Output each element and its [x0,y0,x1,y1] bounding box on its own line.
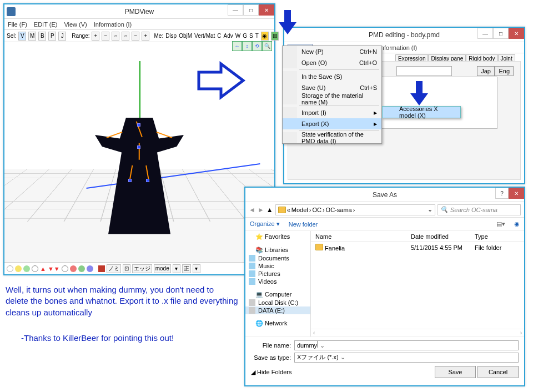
nav-music[interactable]: Music [245,262,310,270]
submenu-accessories-x[interactable]: Accessories X model (X) [383,107,460,118]
forward-button[interactable]: ► [258,206,264,214]
nav-arrow-icon[interactable]: ↔ [232,41,242,51]
tb-objm[interactable]: ObjM [179,33,192,39]
nav-pane[interactable]: ⭐ Favorites 📚 Libraries Documents Music … [245,231,311,336]
sel-p[interactable]: P [48,32,56,41]
color-swatch[interactable] [98,265,105,272]
crumb-oc[interactable]: OC [312,207,321,213]
nav-pictures[interactable]: Pictures [245,270,310,278]
breadcrumb[interactable]: « Model› OC› OC-sama› ⌄ [275,204,435,215]
save-button[interactable]: Save [435,366,476,378]
crumb-model[interactable]: Model [291,207,308,213]
menu-item-save[interactable]: Save (U)Ctrl+S [283,82,381,93]
color-swatch[interactable] [32,265,38,272]
close-button[interactable]: ✕ [259,4,274,16]
color-swatch[interactable] [62,265,68,272]
color-swatch[interactable] [78,265,85,272]
menu-item-storage[interactable]: Storage of the material name (M) [283,93,381,104]
jap-button[interactable]: Jap [477,66,495,76]
help-icon[interactable]: ◉ [514,220,520,228]
color-swatch[interactable] [23,265,30,272]
menu-info[interactable]: Information (I) [94,21,132,28]
filename-input[interactable]: dummy [294,340,519,350]
sel-b[interactable]: B [38,32,46,41]
col-name[interactable]: Name [311,233,411,240]
menu-info[interactable]: Information (I) [379,44,417,51]
dropdown-icon[interactable]: ▾ [193,264,200,273]
hide-folders-button[interactable]: ◢ Hide Folders [251,369,291,376]
close-button[interactable]: ✕ [509,188,524,199]
maximize-button[interactable]: □ [243,4,259,16]
menu-item-import[interactable]: Import (I) [283,107,381,118]
minimize-button[interactable]: — [228,4,243,16]
minimize-button[interactable]: — [477,28,493,39]
range-btn[interactable]: + [142,32,149,41]
range-btn[interactable]: − [102,32,109,41]
menu-file[interactable]: File (F) [8,21,27,28]
file-list[interactable]: Name Date modified Type Fanelia 5/11/201… [311,231,524,336]
nav-libraries[interactable]: 📚 Libraries [245,245,310,254]
menu-edit[interactable]: EDIT (E) [34,21,58,28]
menu-item-new[interactable]: New (P)Ctrl+N [283,46,381,57]
menu-item-stateverify[interactable]: State verification of the PMD data (I) [283,132,381,143]
color-swatch[interactable] [7,265,13,272]
tb-g[interactable]: G [243,33,247,39]
sel-m[interactable]: M [28,32,36,41]
name-input[interactable] [396,66,452,76]
table-row[interactable]: Fanelia 5/11/2015 4:55 PM File folder [311,242,524,253]
tri-icon[interactable]: ▼▼ [48,265,60,272]
dropdown-icon[interactable]: ▾ [173,264,180,273]
menu-view[interactable]: View (V) [64,21,87,28]
col-date[interactable]: Date modified [411,233,475,240]
tool-btn[interactable]: ⊡ [123,264,130,273]
mode-btn[interactable]: mode [154,264,171,273]
tb-vertmat[interactable]: Vert/Mat [194,33,215,39]
menu-item-inthesave[interactable]: In the Save (S) [283,71,381,82]
nav-computer[interactable]: 💻 Computer [245,290,310,299]
nav-drive-c[interactable]: Local Disk (C:) [245,299,310,306]
sei-btn[interactable]: 正 [182,264,191,273]
hscrollbar[interactable]: ‹› [311,329,524,336]
tb-t[interactable]: T [255,33,259,39]
tb-w[interactable]: W [235,33,240,39]
pmdview-titlebar[interactable]: PMDView — □ ✕ [4,4,274,19]
nav-favorites[interactable]: ⭐ Favorites [245,232,310,241]
nav-drive-e[interactable]: DATA (E:) [245,306,310,314]
tb-disp[interactable]: Disp [165,33,177,39]
close-button[interactable]: ✕ [509,28,524,39]
maximize-button[interactable]: □ [493,28,509,39]
nomi-btn[interactable]: ノミ [107,264,121,273]
color-swatch[interactable] [87,265,93,272]
nav-videos[interactable]: Videos [245,278,310,285]
tri-icon[interactable]: ▲ [40,265,46,272]
range-btn[interactable]: − [132,32,139,41]
menu-item-export[interactable]: Export (X) [283,118,381,129]
color-swatch[interactable] [70,265,77,272]
sel-v[interactable]: V [18,32,26,41]
cancel-button[interactable]: Cancel [477,366,519,378]
range-btn[interactable]: ○ [112,32,119,41]
help-button[interactable]: ? [495,188,509,199]
nav-arrow-icon[interactable]: ↕ [242,41,252,51]
nav-documents[interactable]: Documents [245,254,310,262]
organize-button[interactable]: Organize ▾ [250,220,280,228]
eng-button[interactable]: Eng [495,66,514,76]
col-type[interactable]: Type [475,233,524,240]
back-button[interactable]: ◄ [249,206,255,214]
range-btn[interactable]: + [92,32,99,41]
view-button[interactable]: ▤▾ [496,220,505,228]
up-button[interactable]: ▲ [266,206,273,214]
nav-rotate-icon[interactable]: ⟲ [252,41,262,51]
search-input[interactable]: 🔍 Search OC-sama [438,204,521,215]
saveas-titlebar[interactable]: Save As ? ✕ [245,188,524,202]
sel-j[interactable]: J [58,32,66,41]
pmdedit-titlebar[interactable]: PMD editing - body.pmd — □ ✕ [284,28,524,42]
file-list-header[interactable]: Name Date modified Type [311,231,524,242]
nav-network[interactable]: 🌐 Network [245,319,310,328]
new-folder-button[interactable]: New folder [289,221,318,228]
tb-c[interactable]: C [217,33,221,39]
tb-adv[interactable]: Adv [224,33,233,39]
tb-s[interactable]: S [249,33,253,39]
menu-item-open[interactable]: Open (O)Ctrl+O [283,57,381,68]
nav-zoom-icon[interactable]: 🔍 [262,41,272,51]
